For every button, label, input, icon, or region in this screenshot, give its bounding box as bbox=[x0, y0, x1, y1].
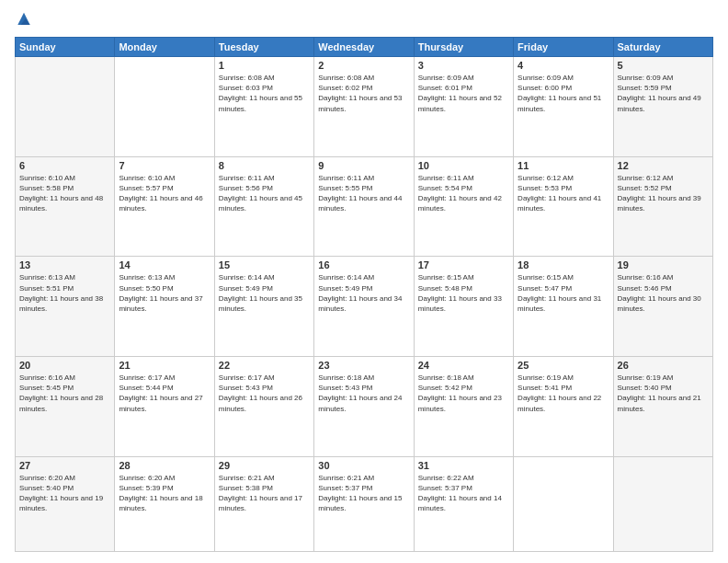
day-number: 27 bbox=[19, 460, 110, 471]
day-number: 29 bbox=[219, 460, 310, 471]
day-number: 7 bbox=[119, 160, 210, 171]
day-number: 4 bbox=[518, 60, 609, 71]
day-info: Sunrise: 6:08 AM Sunset: 6:02 PM Dayligh… bbox=[318, 73, 409, 114]
day-info: Sunrise: 6:09 AM Sunset: 6:00 PM Dayligh… bbox=[518, 73, 609, 114]
day-info: Sunrise: 6:08 AM Sunset: 6:03 PM Dayligh… bbox=[219, 73, 310, 114]
day-cell bbox=[16, 57, 115, 157]
day-number: 30 bbox=[318, 460, 409, 471]
day-number: 17 bbox=[418, 259, 509, 270]
day-number: 9 bbox=[318, 160, 409, 171]
day-info: Sunrise: 6:13 AM Sunset: 5:50 PM Dayligh… bbox=[119, 272, 210, 314]
day-info: Sunrise: 6:21 AM Sunset: 5:38 PM Dayligh… bbox=[219, 473, 310, 514]
col-header-sunday: Sunday bbox=[16, 38, 115, 57]
day-info: Sunrise: 6:22 AM Sunset: 5:37 PM Dayligh… bbox=[418, 473, 509, 514]
day-cell: 4Sunrise: 6:09 AM Sunset: 6:00 PM Daylig… bbox=[514, 57, 613, 157]
col-header-friday: Friday bbox=[514, 38, 613, 57]
day-cell: 31Sunrise: 6:22 AM Sunset: 5:37 PM Dayli… bbox=[414, 456, 513, 551]
day-number: 8 bbox=[219, 160, 310, 171]
week-row-5: 27Sunrise: 6:20 AM Sunset: 5:40 PM Dayli… bbox=[16, 456, 713, 551]
day-cell: 23Sunrise: 6:18 AM Sunset: 5:43 PM Dayli… bbox=[314, 356, 414, 456]
day-number: 26 bbox=[618, 360, 709, 371]
week-row-3: 13Sunrise: 6:13 AM Sunset: 5:51 PM Dayli… bbox=[16, 257, 713, 357]
day-info: Sunrise: 6:16 AM Sunset: 5:45 PM Dayligh… bbox=[19, 373, 110, 414]
day-number: 18 bbox=[518, 259, 609, 270]
day-info: Sunrise: 6:12 AM Sunset: 5:53 PM Dayligh… bbox=[518, 173, 609, 214]
day-info: Sunrise: 6:19 AM Sunset: 5:41 PM Dayligh… bbox=[518, 373, 609, 414]
day-number: 6 bbox=[19, 160, 110, 171]
day-info: Sunrise: 6:21 AM Sunset: 5:37 PM Dayligh… bbox=[318, 473, 409, 514]
day-info: Sunrise: 6:09 AM Sunset: 5:59 PM Dayligh… bbox=[618, 73, 709, 114]
day-number: 20 bbox=[19, 360, 110, 371]
col-header-saturday: Saturday bbox=[613, 38, 712, 57]
page: SundayMondayTuesdayWednesdayThursdayFrid… bbox=[0, 0, 728, 563]
day-number: 25 bbox=[518, 360, 609, 371]
day-info: Sunrise: 6:13 AM Sunset: 5:51 PM Dayligh… bbox=[19, 272, 110, 314]
day-cell: 5Sunrise: 6:09 AM Sunset: 5:59 PM Daylig… bbox=[613, 57, 712, 157]
calendar-header-row: SundayMondayTuesdayWednesdayThursdayFrid… bbox=[16, 38, 713, 57]
day-cell: 16Sunrise: 6:14 AM Sunset: 5:49 PM Dayli… bbox=[314, 257, 414, 357]
day-info: Sunrise: 6:10 AM Sunset: 5:58 PM Dayligh… bbox=[19, 173, 110, 214]
col-header-monday: Monday bbox=[115, 38, 214, 57]
day-cell bbox=[115, 57, 214, 157]
day-cell: 13Sunrise: 6:13 AM Sunset: 5:51 PM Dayli… bbox=[16, 257, 115, 357]
header bbox=[15, 11, 713, 29]
day-cell: 24Sunrise: 6:18 AM Sunset: 5:42 PM Dayli… bbox=[414, 356, 513, 456]
day-number: 3 bbox=[418, 60, 509, 71]
day-info: Sunrise: 6:09 AM Sunset: 6:01 PM Dayligh… bbox=[418, 73, 509, 114]
day-cell: 9Sunrise: 6:11 AM Sunset: 5:55 PM Daylig… bbox=[314, 156, 414, 257]
day-cell: 22Sunrise: 6:17 AM Sunset: 5:43 PM Dayli… bbox=[214, 356, 313, 456]
day-cell bbox=[514, 456, 613, 551]
day-cell: 14Sunrise: 6:13 AM Sunset: 5:50 PM Dayli… bbox=[115, 257, 214, 357]
day-info: Sunrise: 6:17 AM Sunset: 5:44 PM Dayligh… bbox=[119, 373, 210, 414]
day-info: Sunrise: 6:18 AM Sunset: 5:42 PM Dayligh… bbox=[418, 373, 509, 414]
day-info: Sunrise: 6:19 AM Sunset: 5:40 PM Dayligh… bbox=[618, 373, 709, 414]
day-cell: 2Sunrise: 6:08 AM Sunset: 6:02 PM Daylig… bbox=[314, 57, 414, 157]
week-row-2: 6Sunrise: 6:10 AM Sunset: 5:58 PM Daylig… bbox=[16, 156, 713, 257]
day-cell bbox=[613, 456, 712, 551]
week-row-4: 20Sunrise: 6:16 AM Sunset: 5:45 PM Dayli… bbox=[16, 356, 713, 456]
day-cell: 19Sunrise: 6:16 AM Sunset: 5:46 PM Dayli… bbox=[613, 257, 712, 357]
logo-icon bbox=[15, 11, 33, 29]
day-number: 21 bbox=[119, 360, 210, 371]
day-cell: 27Sunrise: 6:20 AM Sunset: 5:40 PM Dayli… bbox=[16, 456, 115, 551]
day-cell: 21Sunrise: 6:17 AM Sunset: 5:44 PM Dayli… bbox=[115, 356, 214, 456]
day-number: 23 bbox=[318, 360, 409, 371]
day-cell: 26Sunrise: 6:19 AM Sunset: 5:40 PM Dayli… bbox=[613, 356, 712, 456]
day-info: Sunrise: 6:14 AM Sunset: 5:49 PM Dayligh… bbox=[219, 272, 310, 314]
col-header-wednesday: Wednesday bbox=[314, 38, 414, 57]
day-number: 19 bbox=[618, 259, 709, 270]
day-cell: 28Sunrise: 6:20 AM Sunset: 5:39 PM Dayli… bbox=[115, 456, 214, 551]
day-info: Sunrise: 6:16 AM Sunset: 5:46 PM Dayligh… bbox=[618, 272, 709, 314]
day-info: Sunrise: 6:18 AM Sunset: 5:43 PM Dayligh… bbox=[318, 373, 409, 414]
day-info: Sunrise: 6:17 AM Sunset: 5:43 PM Dayligh… bbox=[219, 373, 310, 414]
day-cell: 20Sunrise: 6:16 AM Sunset: 5:45 PM Dayli… bbox=[16, 356, 115, 456]
day-number: 11 bbox=[518, 160, 609, 171]
day-number: 13 bbox=[19, 259, 110, 270]
day-number: 28 bbox=[119, 460, 210, 471]
day-cell: 25Sunrise: 6:19 AM Sunset: 5:41 PM Dayli… bbox=[514, 356, 613, 456]
day-cell: 7Sunrise: 6:10 AM Sunset: 5:57 PM Daylig… bbox=[115, 156, 214, 257]
day-cell: 3Sunrise: 6:09 AM Sunset: 6:01 PM Daylig… bbox=[414, 57, 513, 157]
day-number: 2 bbox=[318, 60, 409, 71]
day-number: 14 bbox=[119, 259, 210, 270]
calendar-table: SundayMondayTuesdayWednesdayThursdayFrid… bbox=[15, 37, 713, 552]
day-number: 16 bbox=[318, 259, 409, 270]
day-cell: 11Sunrise: 6:12 AM Sunset: 5:53 PM Dayli… bbox=[514, 156, 613, 257]
day-info: Sunrise: 6:14 AM Sunset: 5:49 PM Dayligh… bbox=[318, 272, 409, 314]
day-cell: 1Sunrise: 6:08 AM Sunset: 6:03 PM Daylig… bbox=[214, 57, 313, 157]
day-number: 1 bbox=[219, 60, 310, 71]
logo bbox=[15, 11, 35, 29]
day-cell: 10Sunrise: 6:11 AM Sunset: 5:54 PM Dayli… bbox=[414, 156, 513, 257]
day-cell: 15Sunrise: 6:14 AM Sunset: 5:49 PM Dayli… bbox=[214, 257, 313, 357]
day-cell: 12Sunrise: 6:12 AM Sunset: 5:52 PM Dayli… bbox=[613, 156, 712, 257]
day-number: 12 bbox=[618, 160, 709, 171]
day-number: 15 bbox=[219, 259, 310, 270]
col-header-tuesday: Tuesday bbox=[214, 38, 313, 57]
day-info: Sunrise: 6:10 AM Sunset: 5:57 PM Dayligh… bbox=[119, 173, 210, 214]
day-cell: 17Sunrise: 6:15 AM Sunset: 5:48 PM Dayli… bbox=[414, 257, 513, 357]
day-info: Sunrise: 6:15 AM Sunset: 5:48 PM Dayligh… bbox=[418, 272, 509, 314]
day-info: Sunrise: 6:20 AM Sunset: 5:40 PM Dayligh… bbox=[19, 473, 110, 514]
day-info: Sunrise: 6:15 AM Sunset: 5:47 PM Dayligh… bbox=[518, 272, 609, 314]
day-cell: 6Sunrise: 6:10 AM Sunset: 5:58 PM Daylig… bbox=[16, 156, 115, 257]
day-info: Sunrise: 6:12 AM Sunset: 5:52 PM Dayligh… bbox=[618, 173, 709, 214]
